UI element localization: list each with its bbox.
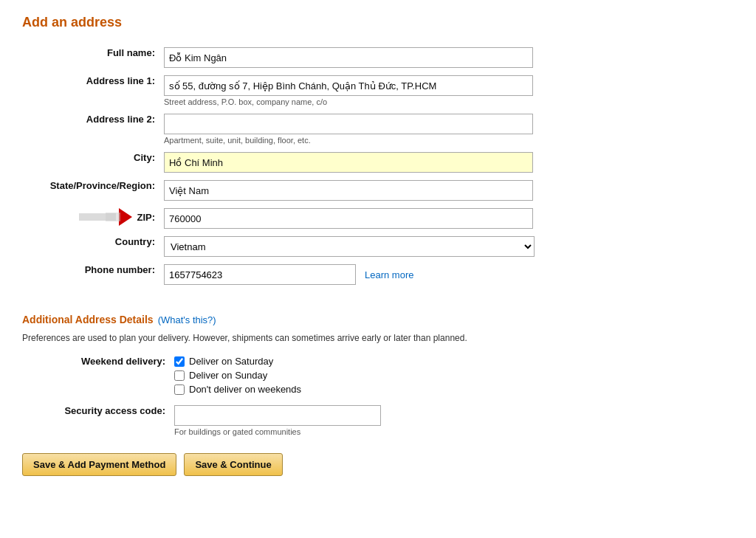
page-title: Add an address [22,15,734,30]
additional-title: Additional Address Details [22,314,154,325]
state-row: State/Province/Region: [22,176,539,204]
sunday-row: Deliver on Sunday [174,370,535,381]
full-name-label: Full name: [22,44,159,72]
phone-label: Phone number: [22,261,159,289]
country-row: Country: Vietnam United States United Ki… [22,232,539,261]
saturday-checkbox[interactable] [174,356,185,367]
address1-label: Address line 1: [22,72,159,110]
sunday-checkbox[interactable] [174,370,185,381]
address-form: Full name: Address line 1: Street addres… [22,44,539,289]
address1-hint: Street address, P.O. box, company name, … [164,97,535,106]
full-name-cell [159,44,539,72]
address2-input[interactable] [164,114,533,134]
country-cell: Vietnam United States United Kingdom Aus… [159,232,539,261]
phone-input[interactable] [164,264,356,285]
address1-row: Address line 1: Street address, P.O. box… [22,72,539,110]
zip-label-text: ZIP: [137,212,155,223]
address2-cell: Apartment, suite, unit, building, floor,… [159,110,539,148]
zip-input[interactable] [164,208,533,229]
zip-label: ZIP: [22,204,159,232]
security-row: Security access code: For buildings or g… [22,401,539,440]
address1-cell: Street address, P.O. box, company name, … [159,72,539,110]
country-select[interactable]: Vietnam United States United Kingdom Aus… [164,236,535,257]
zip-row: ZIP: [22,204,539,232]
security-label: Security access code: [22,401,170,440]
zip-cell [159,204,539,232]
learn-more-link[interactable]: Learn more [365,269,413,280]
city-label: City: [22,148,159,176]
security-hint: For buildings or gated communities [174,427,535,436]
no-weekend-row: Don't deliver on weekends [174,384,535,395]
city-input[interactable] [164,152,533,173]
button-row: Save & Add Payment Method Save & Continu… [22,453,734,476]
address2-row: Address line 2: Apartment, suite, unit, … [22,110,539,148]
country-label: Country: [22,232,159,261]
save-payment-button[interactable]: Save & Add Payment Method [22,453,176,476]
saturday-row: Deliver on Saturday [174,356,535,367]
additional-section: Additional Address Details (What's this?… [22,300,734,440]
weekend-options-cell: Deliver on Saturday Deliver on Sunday Do… [170,352,539,401]
weekend-label: Weekend delivery: [22,352,170,401]
full-name-input[interactable] [164,47,533,68]
saturday-label: Deliver on Saturday [189,356,273,367]
security-input[interactable] [174,405,381,426]
additional-form: Weekend delivery: Deliver on Saturday De… [22,352,539,440]
whats-this-link[interactable]: (What's this?) [158,314,216,325]
state-label: State/Province/Region: [22,176,159,204]
phone-row: Phone number: Learn more [22,261,539,289]
city-row: City: [22,148,539,176]
phone-cell: Learn more [159,261,539,289]
red-arrow-icon [119,208,132,226]
save-continue-button[interactable]: Save & Continue [184,453,282,476]
security-cell: For buildings or gated communities [170,401,539,440]
sunday-label: Deliver on Sunday [189,370,267,381]
state-input[interactable] [164,180,533,201]
city-cell [159,148,539,176]
additional-header: Additional Address Details (What's this?… [22,300,734,328]
address2-hint: Apartment, suite, unit, building, floor,… [164,136,535,145]
preference-note: Preferences are used to plan your delive… [22,333,480,343]
phone-row-inner: Learn more [164,264,535,285]
no-weekend-label: Don't deliver on weekends [189,384,301,395]
zip-arrow-container [79,208,132,226]
address1-input[interactable] [164,75,533,96]
weekend-row: Weekend delivery: Deliver on Saturday De… [22,352,539,401]
full-name-row: Full name: [22,44,539,72]
state-cell [159,176,539,204]
no-weekend-checkbox[interactable] [174,384,185,395]
address2-label: Address line 2: [22,110,159,148]
